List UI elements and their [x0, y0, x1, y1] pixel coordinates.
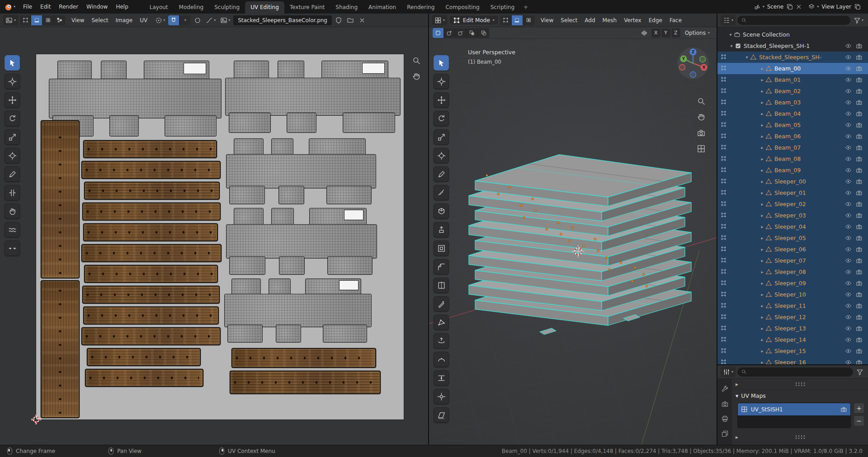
select-edge-button[interactable] [512, 15, 523, 25]
outliner-search-input[interactable] [737, 16, 850, 25]
outliner-row-beam-09[interactable]: ▸Beam_09 [717, 165, 868, 176]
expand-arrow[interactable]: ▸ [759, 122, 765, 127]
edit-mode-indicator-icon[interactable] [721, 291, 726, 297]
disable-in-renders-camera-icon[interactable] [854, 201, 864, 207]
viewport-menu-mesh[interactable]: Mesh [599, 15, 621, 25]
disable-in-renders-camera-icon[interactable] [854, 110, 864, 117]
workspace-tab-animation[interactable]: Animation [363, 1, 401, 14]
disable-in-renders-camera-icon[interactable] [854, 246, 864, 253]
viewport-tool-loop-cut[interactable] [434, 278, 449, 293]
outliner-row-scene-collection[interactable]: ▾Scene Collection [717, 29, 868, 40]
new-view-layer-icon[interactable] [854, 3, 861, 10]
viewport-body[interactable]: User Perspective (1) Beam_00 Z Y X [429, 39, 717, 445]
uv-tool-move[interactable] [5, 92, 20, 108]
viewport-tool-scale[interactable] [434, 129, 449, 145]
uv-island[interactable] [83, 223, 218, 241]
snap-toggle[interactable] [168, 15, 179, 25]
outliner-row-beam-04[interactable]: ▸Beam_04 [717, 108, 868, 119]
menu-edit[interactable]: Edit [36, 0, 55, 14]
edit-mode-indicator-icon[interactable] [721, 201, 726, 207]
expand-arrow[interactable]: ▸ [759, 337, 765, 342]
edit-mode-indicator-icon[interactable] [721, 325, 726, 331]
mode-new-button[interactable] [433, 28, 444, 38]
viewport-scene[interactable] [429, 39, 717, 445]
uv-menu-select[interactable]: Select [88, 15, 112, 25]
uv-island[interactable] [226, 138, 376, 204]
uv-menu-image[interactable]: Image [112, 15, 137, 25]
expand-arrow[interactable]: ▸ [759, 258, 765, 263]
outliner-row-collection[interactable]: ▾Stacked_Sleepers_SH-1 [717, 40, 868, 52]
outliner-row-sleeper-11[interactable]: ▸Sleeper_11 [717, 300, 868, 311]
edit-mode-indicator-icon[interactable] [721, 269, 726, 274]
edit-mode-indicator-icon[interactable] [721, 189, 726, 195]
viewport-tool-inset-faces[interactable] [434, 240, 449, 256]
tab-tool[interactable] [721, 385, 729, 393]
uv-maps-panel-header[interactable]: ▾ UV Maps [732, 390, 868, 402]
outliner-row-sleeper-12[interactable]: ▸Sleeper_12 [717, 311, 868, 323]
viewport-tool-add-cube[interactable] [434, 203, 449, 219]
pan-hand-icon[interactable] [697, 113, 706, 122]
outliner-row-sleeper-09[interactable]: ▸Sleeper_09 [717, 278, 868, 289]
hide-in-viewport-eye-icon[interactable] [843, 76, 854, 83]
uv-island[interactable] [81, 161, 221, 179]
outliner-row-sleeper-14[interactable]: ▸Sleeper_14 [717, 334, 868, 345]
uv-tool-transform[interactable] [5, 148, 20, 163]
outliner-row-beam-01[interactable]: ▸Beam_01 [717, 74, 868, 85]
viewport-tool-bevel[interactable] [434, 259, 449, 274]
camera-icon[interactable] [840, 406, 847, 413]
disable-in-renders-camera-icon[interactable] [854, 291, 864, 298]
workspace-tab-uv-editing[interactable]: UV Editing [245, 1, 284, 14]
expand-arrow[interactable]: ▸ [759, 269, 765, 274]
expand-arrow[interactable]: ▸ [759, 66, 765, 71]
uv-island[interactable] [41, 120, 80, 278]
edit-mode-indicator-icon[interactable] [721, 246, 726, 252]
add-uv-map-button[interactable]: + [854, 403, 864, 414]
uv-island[interactable] [230, 371, 381, 394]
uv-island[interactable] [41, 280, 80, 418]
select-vertex-button[interactable] [20, 15, 31, 25]
uv-island[interactable] [84, 265, 218, 283]
filter-button[interactable]: ▾ [852, 15, 865, 25]
disable-in-renders-camera-icon[interactable] [854, 76, 864, 83]
outliner-row-sleeper-15[interactable]: ▸Sleeper_15 [717, 345, 868, 357]
hide-in-viewport-eye-icon[interactable] [843, 325, 854, 332]
disable-in-renders-camera-icon[interactable] [854, 65, 864, 72]
viewport-tool-poly-build[interactable] [434, 315, 449, 330]
disable-in-renders-camera-icon[interactable] [854, 167, 864, 174]
disable-in-renders-camera-icon[interactable] [854, 122, 864, 128]
uv-tool-rip-region[interactable] [5, 185, 20, 200]
uv-island[interactable] [81, 244, 222, 262]
expand-arrow[interactable]: ▸ [759, 89, 765, 94]
hide-in-viewport-eye-icon[interactable] [843, 65, 854, 72]
expand-arrow[interactable]: ▸ [759, 111, 765, 116]
outliner-row-sleeper-00[interactable]: ▸Sleeper_00 [717, 176, 868, 187]
outliner-row-stacked-sleepers-sh-[interactable]: ▾Stacked_Sleepers_SH- [717, 52, 868, 63]
menu-render[interactable]: Render [55, 0, 82, 14]
workspace-tab-modeling[interactable]: Modeling [174, 1, 209, 14]
hide-in-viewport-eye-icon[interactable] [843, 178, 854, 185]
hide-in-viewport-eye-icon[interactable] [843, 359, 854, 364]
edit-mode-indicator-icon[interactable] [721, 76, 726, 82]
viewport-tool-rotate[interactable] [434, 111, 449, 126]
expand-arrow[interactable]: ▸ [759, 145, 765, 150]
disable-in-renders-camera-icon[interactable] [854, 133, 864, 140]
viewport-menu-view[interactable]: View [537, 15, 557, 25]
editor-type-button[interactable]: ▾ [721, 15, 736, 25]
disable-in-renders-camera-icon[interactable] [854, 42, 864, 49]
outliner-row-sleeper-08[interactable]: ▸Sleeper_08 [717, 266, 868, 278]
expand-arrow[interactable]: ▸ [759, 349, 765, 353]
hide-in-viewport-eye-icon[interactable] [843, 269, 854, 275]
outliner-row-beam-05[interactable]: ▸Beam_05 [717, 119, 868, 131]
disable-in-renders-camera-icon[interactable] [854, 54, 864, 61]
edit-mode-indicator-icon[interactable] [721, 348, 726, 353]
new-scene-icon[interactable] [786, 3, 793, 10]
outliner-row-sleeper-16[interactable]: ▸Sleeper_16 [717, 357, 868, 364]
expand-arrow[interactable]: ▸ [759, 247, 765, 252]
outliner-row-beam-07[interactable]: ▸Beam_07 [717, 142, 868, 153]
hide-in-viewport-eye-icon[interactable] [843, 155, 854, 162]
pack-image-button[interactable] [345, 15, 355, 25]
uv-menu-uv[interactable]: UV [136, 15, 151, 25]
disable-in-renders-camera-icon[interactable] [854, 269, 864, 275]
edit-mode-indicator-icon[interactable] [721, 257, 726, 263]
edit-mode-indicator-icon[interactable] [721, 122, 726, 127]
